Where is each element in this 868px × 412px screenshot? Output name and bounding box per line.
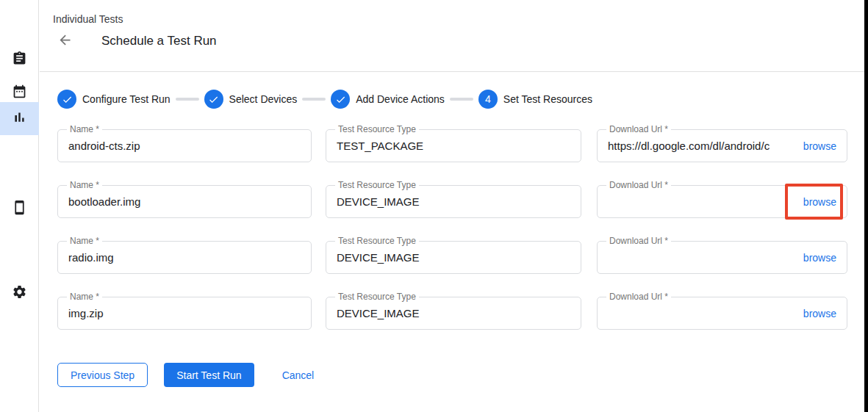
calendar-icon [12,84,27,102]
download-url-field[interactable]: Download Url * browse [597,241,847,274]
browse-link[interactable]: browse [797,196,847,208]
download-url-field[interactable]: Download Url * https://dl.google.com/dl/… [597,129,847,162]
download-url-field-label: Download Url * [606,236,671,246]
resource-type-field-value: DEVICE_IMAGE [326,297,581,329]
step-connector [302,98,326,101]
cancel-button[interactable]: Cancel [282,363,315,387]
bar-chart-icon [12,109,27,128]
resource-type-field[interactable]: Test Resource Type DEVICE_IMAGE [326,241,581,274]
clipboard-icon [12,51,27,69]
download-url-value: https://dl.google.com/dl/android/c [608,140,797,152]
step-label: Set Test Resources [503,93,592,105]
download-url-field-label: Download Url * [606,180,671,190]
resource-row: Name * android-cts.zip Test Resource Typ… [57,129,847,162]
name-field-value: img.zip [58,297,311,329]
step-label: Select Devices [229,93,298,105]
sidebar [0,0,39,412]
download-url-field-label: Download Url * [606,292,671,302]
step-add-device-actions[interactable]: Add Device Actions [331,90,445,109]
sidebar-item-tests[interactable] [0,43,39,76]
resource-type-field-label: Test Resource Type [335,124,419,134]
name-field-label: Name * [67,292,102,302]
name-field[interactable]: Name * android-cts.zip [57,129,312,162]
resource-type-field-value: DEVICE_IMAGE [326,242,581,273]
window-edge-strip [864,0,868,412]
step-complete-check-icon [204,90,223,109]
test-resources-form: Name * android-cts.zip Test Resource Typ… [57,129,847,353]
download-url-field[interactable]: Download Url * browse [597,297,847,330]
sidebar-item-devices[interactable] [0,192,39,225]
step-number-badge: 4 [478,90,498,109]
browse-link[interactable]: browse [797,252,847,264]
breadcrumb: Individual Tests [53,13,123,25]
page-title: Schedule a Test Run [101,34,217,48]
resource-type-field-label: Test Resource Type [335,180,419,190]
previous-step-button[interactable]: Previous Step [57,363,148,387]
step-set-test-resources[interactable]: 4 Set Test Resources [478,90,592,109]
resource-row: Name * img.zip Test Resource Type DEVICE… [57,297,847,330]
resource-row: Name * radio.img Test Resource Type DEVI… [57,241,847,274]
step-complete-check-icon [57,90,76,109]
header-divider [40,71,864,72]
download-url-field-label: Download Url * [606,124,671,134]
arrow-back-icon [57,32,73,50]
download-url-field[interactable]: Download Url * browse [597,185,847,218]
name-field[interactable]: Name * img.zip [57,297,312,330]
step-configure-test-run[interactable]: Configure Test Run [57,90,171,109]
action-bar: Previous Step Start Test Run Cancel [57,363,314,387]
browse-link[interactable]: browse [797,308,847,319]
name-field-value: bootloader.img [58,186,311,217]
name-field-label: Name * [67,124,102,134]
resource-type-field-value: TEST_PACKAGE [326,130,581,162]
name-field[interactable]: Name * bootloader.img [57,185,312,218]
name-field-value: radio.img [58,242,311,273]
sidebar-item-test-runs[interactable] [0,102,39,135]
start-test-run-button[interactable]: Start Test Run [164,363,254,387]
browse-link[interactable]: browse [797,140,847,152]
name-field-value: android-cts.zip [58,130,311,162]
step-complete-check-icon [331,90,350,109]
step-select-devices[interactable]: Select Devices [204,90,298,109]
resource-type-field[interactable]: Test Resource Type DEVICE_IMAGE [326,185,581,218]
step-label: Add Device Actions [356,93,445,105]
resource-type-field[interactable]: Test Resource Type TEST_PACKAGE [326,129,581,162]
resource-type-field-label: Test Resource Type [335,292,419,302]
step-connector [176,98,199,101]
resource-type-field[interactable]: Test Resource Type DEVICE_IMAGE [326,297,581,330]
stepper: Configure Test Run Select Devices Add De… [57,90,592,109]
name-field-label: Name * [67,180,102,190]
app-window: Individual Tests Schedule a Test Run Con… [0,0,868,412]
sidebar-item-settings[interactable] [0,277,39,310]
name-field-label: Name * [67,236,102,246]
step-connector [450,98,473,101]
back-button[interactable] [56,32,73,50]
gear-icon [12,284,27,303]
name-field[interactable]: Name * radio.img [57,241,312,274]
step-label: Configure Test Run [82,93,171,105]
resource-row: Name * bootloader.img Test Resource Type… [57,185,847,218]
resource-type-field-label: Test Resource Type [335,236,419,246]
smartphone-icon [12,200,27,218]
resource-type-field-value: DEVICE_IMAGE [326,186,581,217]
